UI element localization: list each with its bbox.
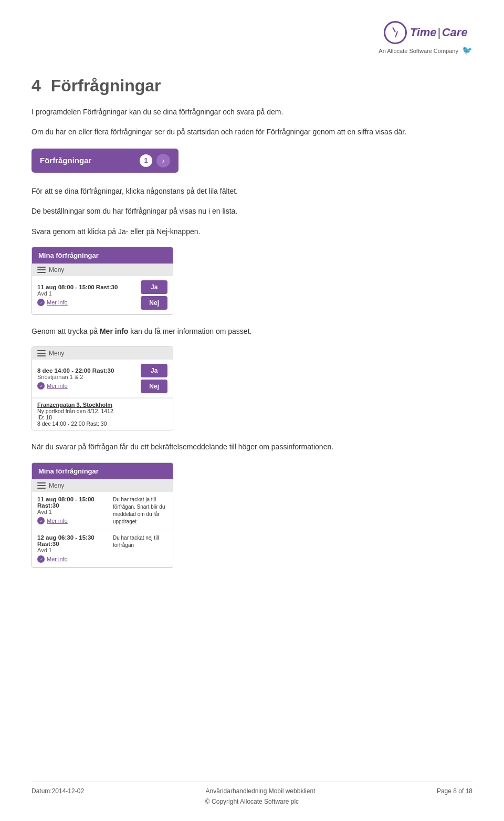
forfragningar-bar[interactable]: Förfrågningar 1 ›: [32, 149, 178, 173]
nej-button[interactable]: Nej: [141, 296, 167, 310]
paragraph-4: De beställningar som du har förfrågninga…: [32, 205, 472, 217]
footer-title: Användarhandledning Mobil webbklient: [206, 787, 316, 795]
mer-info-link[interactable]: ✓ Mer info: [37, 299, 136, 306]
bar-badge: 1: [140, 154, 152, 167]
mer-info-circle-icon-2: ✓: [37, 382, 45, 390]
hamburger-icon-2: [37, 350, 46, 356]
screenshot-2-menu: Meny: [32, 347, 173, 360]
screenshot-1-menu: Meny: [32, 264, 173, 276]
paragraph-3: För att se dina förfrågningar, klicka nå…: [32, 185, 472, 197]
detail-line2: ID: 18: [37, 414, 167, 420]
mer-info-circle-icon-4: ✓: [37, 555, 45, 563]
row-2-info: 8 dec 14:00 - 22:00 Rast:30 Snöstjärnan …: [37, 367, 136, 390]
confirm-no-text: Du har tackat nej till förfrågan: [110, 534, 167, 549]
nej-button-2[interactable]: Nej: [141, 380, 167, 393]
paragraph-2: Om du har en eller flera förfrågningar s…: [32, 126, 472, 138]
logo-area: Time|Care An Allocate Software Company 🐦: [379, 21, 472, 55]
mer-info-circle-icon: ✓: [37, 299, 45, 306]
mer-info-label-4: Mer info: [47, 556, 68, 562]
detail-line1: Ny portkod från den 8/12. 1412: [37, 408, 167, 414]
hamburger-icon: [37, 267, 46, 273]
row-3-date: 11 aug 08:00 - 15:00 Rast:30: [37, 496, 106, 509]
footer-copyright: © Copyright Allocate Software plc: [32, 798, 472, 805]
mer-info-circle-icon-3: ✓: [37, 517, 45, 524]
confirm-yes-text: Du har tackat ja till förfrågan. Snart b…: [110, 496, 167, 525]
screenshot-3-header: Mina förfrågningar: [32, 463, 173, 479]
footer-page: Page 8 of 18: [437, 787, 472, 795]
footer-date: Datum:2014-12-02: [32, 787, 84, 795]
logo-subtitle: An Allocate Software Company 🐦: [379, 45, 472, 55]
mer-info-label-3: Mer info: [47, 518, 68, 524]
menu-label: Meny: [49, 266, 64, 273]
detail-bold: Franzengatan 3, Stockholm: [37, 402, 167, 408]
row-1-date: 11 aug 08:00 - 15:00 Rast:30: [37, 284, 136, 290]
hamburger-icon-3: [37, 482, 46, 489]
menu-label-3: Meny: [49, 482, 64, 489]
paragraph-1: I programdelen Förfrågningar kan du se d…: [32, 106, 472, 118]
row-2-location: Snöstjärnan 1 & 2: [37, 374, 136, 380]
allocate-bird-icon: 🐦: [462, 45, 472, 55]
mer-info-link-3[interactable]: ✓ Mer info: [37, 517, 106, 524]
row-4-date: 12 aug 06:30 - 15:30 Rast:30: [37, 534, 106, 547]
mer-info-link-4[interactable]: ✓ Mer info: [37, 555, 106, 563]
ja-button[interactable]: Ja: [141, 280, 167, 294]
paragraph-7: När du svarar på förfrågan får du ett be…: [32, 441, 472, 452]
bar-label: Förfrågningar: [40, 156, 140, 165]
chapter-title: 4 Förfrågningar: [32, 76, 472, 96]
ja-button-2[interactable]: Ja: [141, 364, 167, 377]
svg-text:✓: ✓: [40, 519, 43, 523]
page-footer: Datum:2014-12-02 Användarhandledning Mob…: [32, 782, 472, 805]
screenshot-1-header: Mina förfrågningar: [32, 247, 173, 264]
footer-row1: Datum:2014-12-02 Användarhandledning Mob…: [32, 787, 472, 795]
svg-text:✓: ✓: [40, 557, 43, 561]
mer-info-label-2: Mer info: [47, 383, 68, 389]
row-1-location: Avd 1: [37, 290, 136, 297]
svg-text:✓: ✓: [40, 384, 43, 388]
row-4-info: 12 aug 06:30 - 15:30 Rast:30 Avd 1 ✓ Mer…: [37, 534, 106, 563]
menu-label-2: Meny: [49, 350, 64, 357]
row-3-location: Avd 1: [37, 509, 106, 515]
detail-line3: 8 dec 14:00 - 22:00 Rast: 30: [37, 420, 167, 427]
svg-text:✓: ✓: [40, 301, 43, 304]
screenshot-3-row-1: 11 aug 08:00 - 15:00 Rast:30 Avd 1 ✓ Mer…: [32, 492, 173, 530]
screenshot-3: Mina förfrågningar Meny 11 aug 08:00 - 1…: [32, 462, 173, 568]
row-4-location: Avd 1: [37, 547, 106, 553]
paragraph-5: Svara genom att klicka på Ja- eller på N…: [32, 226, 472, 237]
paragraph-6: Genom att trycka på Mer info kan du få m…: [32, 325, 472, 337]
clock-icon: [384, 21, 407, 44]
bar-arrow-icon: ›: [156, 154, 170, 167]
ja-nej-buttons-2: Ja Nej: [141, 364, 167, 393]
timecare-logo: Time|Care: [379, 21, 472, 44]
page-header: Time|Care An Allocate Software Company 🐦: [32, 21, 472, 55]
row-3-info: 11 aug 08:00 - 15:00 Rast:30 Avd 1 ✓ Mer…: [37, 496, 106, 524]
screenshot-1: Mina förfrågningar Meny 11 aug 08:00 - 1…: [32, 247, 173, 315]
screenshot-3-row-2: 12 aug 06:30 - 15:30 Rast:30 Avd 1 ✓ Mer…: [32, 530, 173, 567]
screenshot-1-row-1: 11 aug 08:00 - 15:00 Rast:30 Avd 1 ✓ Mer…: [32, 276, 173, 314]
screenshot-2-row-1: 8 dec 14:00 - 22:00 Rast:30 Snöstjärnan …: [32, 360, 173, 398]
screenshot-3-menu: Meny: [32, 479, 173, 492]
mer-info-label: Mer info: [47, 299, 68, 306]
row-2-date: 8 dec 14:00 - 22:00 Rast:30: [37, 367, 136, 374]
detail-box: Franzengatan 3, Stockholm Ny portkod frå…: [32, 398, 173, 430]
screenshot-2: Meny 8 dec 14:00 - 22:00 Rast:30 Snöstjä…: [32, 346, 173, 430]
row-1-info: 11 aug 08:00 - 15:00 Rast:30 Avd 1 ✓ Mer…: [37, 284, 136, 306]
mer-info-link-2[interactable]: ✓ Mer info: [37, 382, 136, 390]
ja-nej-buttons: Ja Nej: [141, 280, 167, 310]
